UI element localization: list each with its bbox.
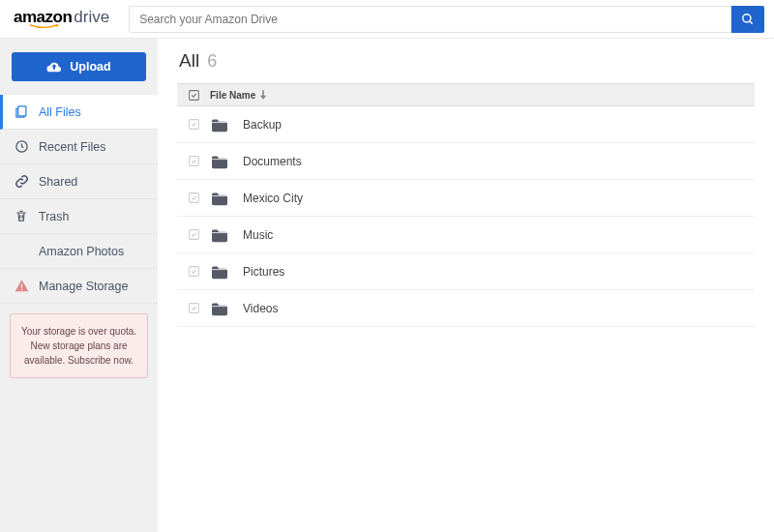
checkbox-icon [188,228,200,241]
quota-warning[interactable]: Your storage is over quota. New storage … [10,313,148,378]
quota-message: Your storage is over quota. New storage … [21,326,136,366]
page-count: 6 [207,51,217,72]
clock-icon [14,139,29,155]
file-name: Pictures [243,265,284,279]
trash-icon [14,209,29,224]
upload-button[interactable]: Upload [12,52,146,81]
svg-rect-2 [17,106,25,116]
svg-rect-5 [189,120,198,130]
checkbox-icon [188,89,200,102]
table-row[interactable]: Documents [177,143,755,180]
logo-main: amazon [14,8,72,26]
files-icon [14,104,29,120]
sidebar-item-label: Shared [39,175,77,189]
svg-rect-4 [189,90,198,100]
file-name: Backup [243,118,282,132]
sidebar-item-recent[interactable]: Recent Files [0,130,158,164]
sidebar-item-label: All Files [39,105,81,119]
sort-arrow-down-icon [259,90,267,100]
folder-icon [210,154,231,169]
logo-sub: drive [74,8,109,27]
select-all-checkbox[interactable] [177,89,210,102]
search-icon [741,13,755,26]
search-bar [129,6,764,33]
file-name: Music [243,228,273,242]
table-row[interactable]: Pictures [177,253,755,290]
svg-point-0 [743,14,751,21]
column-header-name[interactable]: File Name [210,90,267,101]
sidebar-item-shared[interactable]: Shared [0,164,158,199]
table-row[interactable]: Mexico City [177,180,755,217]
svg-rect-6 [189,157,198,166]
row-checkbox[interactable] [177,192,210,204]
upload-label: Upload [70,60,110,74]
table-row[interactable]: Music [177,217,755,253]
folder-icon [210,117,231,133]
search-input[interactable] [129,6,731,33]
svg-line-1 [750,20,753,23]
sidebar: Upload All Files Recent Files Shared Tra… [0,39,158,532]
checkbox-icon [188,155,200,167]
table-row[interactable]: Backup [177,106,755,143]
file-name: Documents [243,155,302,168]
svg-rect-8 [189,230,198,240]
checkbox-icon [188,192,200,204]
search-button[interactable] [731,6,764,33]
page-title-row: All 6 [177,50,755,72]
checkbox-icon [188,118,200,131]
page-title: All [179,50,199,72]
folder-icon [210,227,231,243]
row-checkbox[interactable] [177,265,210,278]
app-header: amazon drive [0,0,774,39]
link-icon [14,174,29,190]
sidebar-item-label: Trash [39,210,70,223]
sidebar-item-photos[interactable]: Amazon Photos [0,234,158,269]
sidebar-item-label: Amazon Photos [39,245,124,258]
sidebar-item-trash[interactable]: Trash [0,199,158,234]
file-name: Videos [243,302,278,315]
folder-icon [210,301,231,316]
photos-icon [14,244,29,259]
column-label: File Name [210,90,255,101]
sidebar-item-storage[interactable]: Manage Storage [0,269,158,304]
sidebar-item-label: Recent Files [39,140,105,154]
svg-rect-9 [189,267,198,277]
table-header: File Name [177,83,755,106]
row-checkbox[interactable] [177,302,210,314]
table-row[interactable]: Videos [177,290,755,327]
file-name: Mexico City [243,192,303,205]
checkbox-icon [188,265,200,278]
row-checkbox[interactable] [177,228,210,241]
sidebar-item-all-files[interactable]: All Files [0,95,158,130]
row-checkbox[interactable] [177,155,210,167]
sidebar-item-label: Manage Storage [39,280,128,293]
warning-icon [14,279,29,294]
row-checkbox[interactable] [177,118,210,131]
app-logo[interactable]: amazon drive [10,8,109,30]
main-content: All 6 File Name Backup Documents Mexico [158,39,774,532]
cloud-upload-icon [46,61,62,73]
folder-icon [210,191,231,206]
svg-rect-7 [189,193,198,203]
checkbox-icon [188,302,200,314]
svg-rect-10 [189,304,198,313]
folder-icon [210,264,231,280]
